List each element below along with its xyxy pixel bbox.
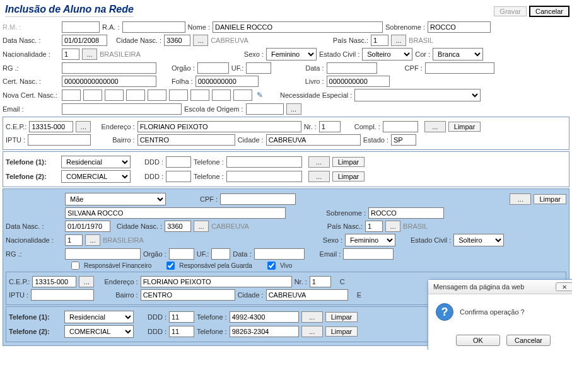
cep-input[interactable]	[29, 121, 73, 132]
ra-input[interactable]	[122, 21, 185, 33]
cidadenasc-lookup-button[interactable]: ...	[193, 35, 208, 46]
num2-input[interactable]	[226, 171, 302, 182]
resp-cep-input[interactable]	[32, 276, 76, 287]
novacert-2[interactable]	[83, 89, 102, 101]
resp-tel2-lookup-button[interactable]: ...	[301, 326, 323, 337]
datanasc-input[interactable]	[62, 35, 107, 46]
endereco-input[interactable]	[137, 121, 301, 132]
resp-rg-input[interactable]	[65, 248, 141, 260]
nr-input[interactable]	[319, 121, 341, 132]
compl-input[interactable]	[383, 121, 418, 132]
resp-data-input[interactable]	[254, 248, 305, 260]
cpf-input[interactable]	[425, 62, 494, 74]
cidadenasc-cod-input[interactable]	[164, 35, 190, 46]
dialog-cancel-button[interactable]: Cancelar	[506, 335, 551, 346]
tel2-limpar-button[interactable]: Limpar	[332, 171, 365, 182]
certnasc-input[interactable]	[62, 76, 156, 87]
resp-num2-input[interactable]	[230, 326, 299, 337]
endereco-lookup-button[interactable]: ...	[424, 121, 446, 132]
cpf-resp-input[interactable]	[220, 193, 296, 205]
novacert-8[interactable]	[212, 89, 231, 101]
resp-ddd2-input[interactable]	[169, 326, 194, 337]
resp-paisnasc-lookup-button[interactable]: ...	[385, 221, 400, 232]
resp-email-input[interactable]	[343, 248, 394, 260]
novacert-4[interactable]	[126, 89, 145, 101]
paisnasc-cod-input[interactable]	[371, 35, 388, 46]
resp-nome-input[interactable]	[65, 207, 286, 219]
close-icon[interactable]: ✕	[556, 282, 572, 291]
folha-input[interactable]	[196, 76, 259, 87]
resp-nac-lookup-button[interactable]: ...	[85, 234, 100, 246]
resp-sexo-select[interactable]: Feminino	[345, 234, 395, 246]
ddd2-input[interactable]	[166, 171, 191, 182]
nac-cod-input[interactable]	[62, 49, 79, 60]
resp-cep-lookup-button[interactable]: ...	[79, 276, 94, 287]
respfin-checkbox[interactable]	[71, 262, 79, 270]
novacert-3[interactable]	[105, 89, 124, 101]
resp-endereco-input[interactable]	[141, 276, 292, 287]
resp-nac-cod-input[interactable]	[65, 234, 83, 246]
nac-lookup-button[interactable]: ...	[82, 49, 97, 60]
resp-cidade-input[interactable]	[266, 289, 348, 301]
resp-num1-input[interactable]	[230, 311, 299, 323]
iptu-input[interactable]	[28, 134, 91, 146]
num1-input[interactable]	[226, 156, 302, 168]
resp-datanasc-input[interactable]	[65, 221, 110, 232]
novacert-1[interactable]	[62, 89, 81, 101]
respguarda-checkbox[interactable]	[166, 262, 175, 270]
tel1-limpar-button[interactable]: Limpar	[332, 157, 365, 167]
livro-input[interactable]	[327, 76, 390, 87]
orgao-input[interactable]	[197, 62, 229, 74]
tel1-tipo-select[interactable]: Residencial	[61, 156, 131, 168]
necessidade-select[interactable]	[354, 89, 481, 101]
novacert-5[interactable]	[148, 89, 166, 101]
resp-estadocivil-select[interactable]: Solteiro	[453, 234, 504, 246]
pencil-icon[interactable]: ✎	[255, 90, 265, 100]
resp-orgao-input[interactable]	[169, 248, 194, 260]
cor-select[interactable]: Branca	[433, 48, 483, 61]
cancelar-button[interactable]: Cancelar	[529, 6, 569, 17]
resp-ddd1-input[interactable]	[169, 311, 194, 323]
vivo-checkbox[interactable]	[267, 262, 276, 270]
email-input[interactable]	[62, 103, 182, 115]
sexo-select[interactable]: Feminino	[266, 48, 317, 61]
dialog-ok-button[interactable]: OK	[456, 335, 500, 346]
novacert-9[interactable]	[233, 89, 252, 101]
resp-bairro-input[interactable]	[141, 289, 235, 301]
resp-sobrenome-input[interactable]	[368, 207, 444, 219]
resp-cidadenasc-lookup-button[interactable]: ...	[194, 221, 209, 232]
nome-input[interactable]	[213, 21, 383, 33]
resp-limpar-button[interactable]: Limpar	[534, 194, 566, 204]
sobrenome-input[interactable]	[428, 21, 491, 33]
resp-iptu-input[interactable]	[31, 289, 94, 301]
estadocivil-select[interactable]: Solteiro	[362, 48, 412, 61]
resp-uf-input[interactable]	[211, 248, 230, 260]
resp-tipo-select[interactable]: Mãe	[65, 193, 166, 205]
resp-tel1-lookup-button[interactable]: ...	[301, 311, 323, 323]
resp-tel2-limpar-button[interactable]: Limpar	[325, 326, 358, 337]
paisnasc-lookup-button[interactable]: ...	[391, 35, 406, 46]
tel1-lookup-button[interactable]: ...	[308, 156, 330, 168]
escola-input[interactable]	[246, 103, 284, 115]
resp-tel1-limpar-button[interactable]: Limpar	[325, 312, 358, 322]
resp-lookup-button[interactable]: ...	[510, 193, 531, 205]
rm-input[interactable]	[62, 21, 100, 33]
cep-lookup-button[interactable]: ...	[76, 121, 91, 132]
bairro-input[interactable]	[137, 134, 235, 146]
rg-input[interactable]	[62, 62, 156, 74]
limpar-endereco-button[interactable]: Limpar	[448, 122, 481, 132]
resp-paisnasc-cod-input[interactable]	[365, 221, 383, 232]
resp-nr-input[interactable]	[310, 276, 331, 287]
tel2-tipo-select[interactable]: COMERCIAL	[61, 170, 131, 183]
novacert-7[interactable]	[190, 89, 209, 101]
uf-input[interactable]	[246, 62, 271, 74]
resp-tel1-tipo-select[interactable]: Residencial	[64, 311, 134, 323]
gravar-button[interactable]: Gravar	[494, 6, 527, 16]
estado-input[interactable]	[391, 134, 416, 146]
escola-lookup-button[interactable]: ...	[286, 103, 301, 115]
novacert-6[interactable]	[169, 89, 188, 101]
cidade-input[interactable]	[266, 134, 361, 146]
tel2-lookup-button[interactable]: ...	[308, 171, 330, 182]
resp-cidadenasc-cod-input[interactable]	[165, 221, 191, 232]
resp-tel2-tipo-select[interactable]: COMERCIAL	[64, 325, 134, 338]
